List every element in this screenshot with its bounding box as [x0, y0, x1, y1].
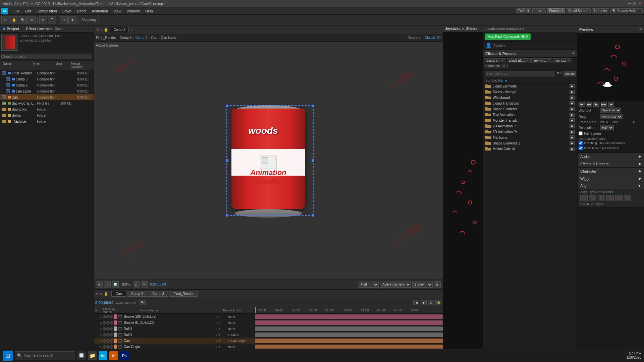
ae-taskbar-btn[interactable]: Ae — [99, 351, 107, 360]
effects-folder-10[interactable]: Shape Elements 2 ▶ — [483, 140, 577, 146]
menu-layer[interactable]: Layer — [60, 9, 74, 13]
tool-pen[interactable]: ✏ — [39, 16, 47, 24]
new-pack-btn[interactable]: New Pack Cyberpunk HUD — [485, 34, 531, 40]
range-select[interactable]: Work Area — [600, 114, 623, 119]
effects-folder-11[interactable]: Motion Cafe UI ▶ — [483, 146, 577, 152]
menu-view[interactable]: View — [111, 9, 124, 13]
vis-toggle-2[interactable] — [103, 327, 106, 330]
layer-row-3[interactable]: 4 Null 3 / fx 3. Null 5 — [94, 332, 255, 338]
project-item-5[interactable]: PNGBackwoo_E_LOGO.pngPNG file200 KB — [0, 100, 94, 106]
handle-ml[interactable] — [226, 159, 228, 162]
track-bar-0[interactable] — [255, 314, 443, 319]
align-center-v-btn[interactable]: ⬛ — [615, 195, 623, 201]
layer-row-0[interactable]: 1 Smoke 105 [5b9c1ce] / fx None — [94, 314, 255, 320]
play-stop-btn[interactable]: ▶ — [593, 102, 599, 107]
solo-toggle-2[interactable] — [110, 327, 113, 330]
align-right-btn[interactable]: ⬛ — [598, 195, 605, 201]
resolution-select[interactable]: HalfFull — [600, 125, 614, 130]
align-header[interactable]: Align ▼ — [578, 182, 644, 189]
grid-btn[interactable]: ⊞ — [434, 281, 441, 288]
solo-toggle-3[interactable] — [110, 333, 113, 337]
tl-tab-comp3[interactable]: Comp 3 — [148, 291, 168, 297]
tool-star[interactable]: ★ — [68, 16, 76, 24]
vis-toggle-4[interactable] — [103, 339, 106, 343]
tab-close-0[interactable]: ✕ — [501, 59, 504, 62]
effects-tab-0[interactable]: Starter P...✕ — [484, 58, 506, 63]
character-header[interactable]: Character ▶ — [578, 168, 644, 175]
folder-btn-9[interactable]: ▶ — [570, 135, 575, 139]
layer-parent-1[interactable]: None — [228, 321, 255, 324]
ai-taskbar-btn[interactable]: Ai — [109, 351, 118, 360]
layer-parent-0[interactable]: None — [228, 315, 255, 318]
folder-btn-10[interactable]: ▶ — [570, 141, 575, 145]
project-item-7[interactable]: SolidsFolder — [0, 112, 94, 118]
aejuice-menu-icon[interactable]: ≡ — [522, 27, 524, 31]
prev-frame-btn[interactable]: ◀◀ — [586, 102, 592, 107]
quality-select[interactable]: HalfFullQuarter — [359, 282, 379, 288]
camera-select[interactable]: Active Camera — [380, 282, 411, 288]
layer-parent-3[interactable]: 3. Null 5 — [228, 333, 255, 337]
tool-shape[interactable]: □ — [60, 16, 68, 24]
breadcrumb-can-lable[interactable]: Can Lable — [161, 36, 176, 40]
menu-composition[interactable]: Composition — [34, 9, 60, 13]
audio-toggle-0[interactable] — [106, 315, 110, 318]
folder-btn-8[interactable]: ▶ — [570, 130, 575, 134]
breadcrumb-comp3[interactable]: Comp 3 — [120, 36, 131, 40]
project-search-input[interactable] — [1, 54, 92, 59]
workspace-default[interactable]: Default — [516, 8, 532, 13]
task-view-btn[interactable]: ⬜ — [77, 351, 86, 360]
layer-row-4[interactable]: 5 Can / fx 6. Can Origin — [94, 338, 255, 344]
breadcrumb-final-render[interactable]: Final_Render — [96, 36, 116, 40]
zoom-value[interactable]: 100% — [121, 283, 130, 286]
effects-presets-header[interactable]: Effects & Presets ▶ — [578, 160, 644, 167]
effects-folder-1[interactable]: Slides - Vintage ▶ — [483, 89, 577, 95]
effects-close[interactable]: ✕ — [572, 51, 575, 56]
handle-br[interactable] — [312, 214, 314, 217]
tl-btn4[interactable]: 🔒 — [435, 300, 441, 305]
tool-rotate[interactable]: ↻ — [28, 16, 36, 24]
tl-close[interactable]: ✕ — [95, 292, 98, 296]
tl-menu[interactable]: ≡ — [100, 292, 102, 296]
layer-row-2[interactable]: 3 Null 5 / fx None — [94, 326, 255, 332]
effects-folder-5[interactable]: Text Animation ▶ — [483, 112, 577, 118]
project-item-3[interactable]: Can LableComposition0:00:10: — [0, 88, 94, 94]
wiggler-header[interactable]: Wiggler ▶ — [578, 175, 644, 182]
snapshot-btn[interactable]: 📷 — [141, 281, 148, 288]
workspace-learn[interactable]: Learn — [532, 8, 546, 13]
tab-close-1[interactable]: ✕ — [526, 59, 528, 62]
audio-toggle-3[interactable] — [106, 333, 110, 337]
star-filter[interactable]: ★ 0 — [556, 71, 562, 76]
fullscreen-check[interactable] — [579, 131, 583, 135]
breadcrumb-can[interactable]: Can — [151, 36, 157, 40]
align-center-h-btn[interactable]: ⬛ — [589, 195, 596, 201]
effects-folder-6[interactable]: Monster Transiti... ▶ — [483, 118, 577, 123]
windows-btn[interactable]: ⊞ — [3, 351, 13, 361]
effects-folder-8[interactable]: 3D Animation Pr... ▶ — [483, 129, 577, 135]
align-left-btn[interactable]: ⬛ — [580, 195, 588, 201]
layer-row-1[interactable]: 2 Smoke 91 [5b9c120] / fx None — [94, 320, 255, 326]
effects-tab-1[interactable]: Liquid Ele...✕ — [507, 58, 531, 63]
menu-file[interactable]: File — [11, 9, 22, 13]
comp-menu[interactable]: ≡ — [100, 28, 102, 32]
comp-lock[interactable]: 🔒 — [104, 27, 108, 32]
effects-folder-3[interactable]: Liquid Transitions ▶ — [483, 101, 577, 106]
vis-toggle-5[interactable] — [103, 345, 106, 349]
minimize-btn[interactable]: ─ — [628, 1, 631, 6]
folder-btn-7[interactable]: ▶ — [570, 124, 575, 128]
sort-value[interactable]: Name — [498, 79, 507, 82]
search-help-input[interactable]: 🔍 Search Help — [610, 8, 643, 13]
align-selection[interactable]: Selection — [602, 190, 614, 194]
comp-tab-add[interactable]: + — [130, 28, 132, 32]
folder-btn-11[interactable]: ▶ — [570, 147, 575, 151]
track-bar-2[interactable] — [255, 326, 443, 331]
breadcrumb-comp2[interactable]: Comp 2 — [136, 36, 147, 40]
folder-btn-2[interactable]: ▶ — [570, 96, 575, 100]
layer-parent-2[interactable]: None — [228, 327, 255, 330]
close-btn[interactable]: ✕ — [638, 1, 641, 6]
effects-tab-4[interactable]: Liquid Tra...✕ — [484, 64, 508, 68]
taskbar-search[interactable]: 🔍 Type here to search — [15, 351, 75, 360]
folder-btn-1[interactable]: ▶ — [570, 90, 575, 94]
tl-lock[interactable]: 🔒 — [104, 292, 108, 296]
effects-folder-0[interactable]: Liquid Elements ▶ — [483, 83, 577, 89]
project-item-1[interactable]: Comp 3Composition0:00:10: — [0, 76, 94, 82]
